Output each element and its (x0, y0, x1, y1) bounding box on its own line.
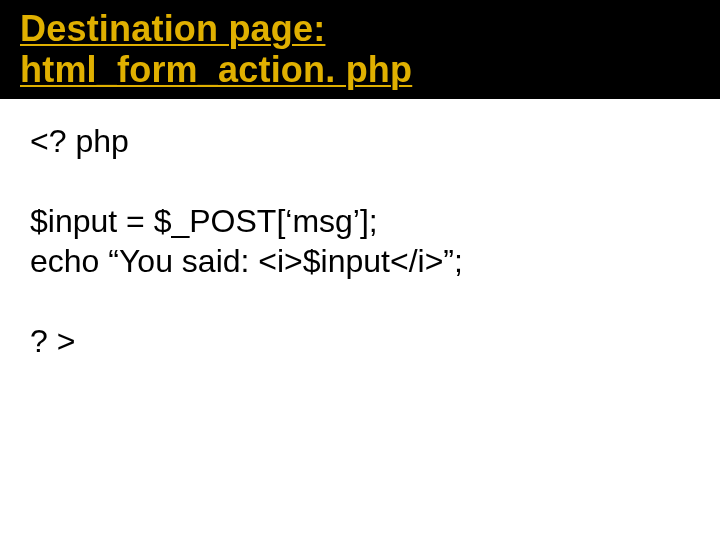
code-line-open: <? php (30, 121, 690, 161)
title-bar: Destination page: html_form_action. php (0, 0, 720, 99)
slide-body: <? php $input = $_POST[‘msg’]; echo “You… (0, 99, 720, 361)
title-line-1: Destination page: (20, 8, 325, 49)
blank-line (30, 281, 690, 321)
code-line-close: ? > (30, 321, 690, 361)
code-line-echo: echo “You said: <i>$input</i>”; (30, 241, 690, 281)
slide-title: Destination page: html_form_action. php (20, 8, 700, 91)
title-line-2: html_form_action. php (20, 49, 412, 90)
slide: Destination page: html_form_action. php … (0, 0, 720, 540)
blank-line (30, 161, 690, 201)
code-line-assign: $input = $_POST[‘msg’]; (30, 201, 690, 241)
